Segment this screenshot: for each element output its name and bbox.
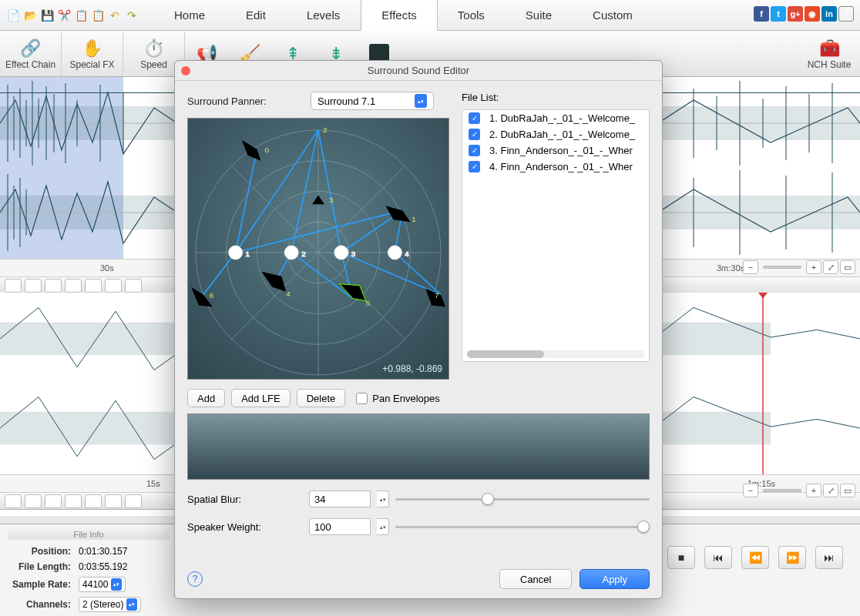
tab-edit[interactable]: Edit: [226, 0, 287, 31]
fast-forward-button[interactable]: ⏩: [778, 546, 806, 569]
samplerate-select[interactable]: 44100 ▴▾: [79, 577, 126, 592]
file-row[interactable]: ✓ 1. DubRaJah_-_01_-_Welcome_: [462, 110, 649, 126]
spatial-blur-stepper[interactable]: ▴▾: [377, 490, 389, 507]
skip-back-button[interactable]: ⏮: [704, 546, 732, 569]
tab-suite[interactable]: Suite: [506, 0, 573, 31]
special-fx-button[interactable]: ✋ Special FX: [62, 32, 123, 76]
nch-suite-button[interactable]: 🧰 NCH Suite: [798, 32, 860, 76]
svg-text:3: 3: [351, 249, 356, 258]
open-file-icon[interactable]: 📂: [23, 8, 37, 23]
time-label-1a: 30s: [100, 263, 114, 273]
modal-titlebar[interactable]: Surround Sound Editor: [175, 61, 662, 81]
speaker-weight-label: Speaker Weight:: [187, 521, 303, 533]
zoom2-fit-icon[interactable]: ⤢: [823, 484, 838, 497]
file-row[interactable]: ✓ 4. Finn_Anderson_-_01_-_Wher: [462, 159, 649, 175]
google-plus-icon[interactable]: g+: [788, 6, 803, 22]
zoom2-in-icon[interactable]: +: [806, 484, 821, 497]
svg-point-64: [334, 246, 348, 259]
apply-button[interactable]: Apply: [579, 569, 650, 589]
svg-text:5: 5: [366, 299, 371, 307]
nch-suite-label: NCH Suite: [808, 59, 852, 70]
tool-wave3[interactable]: [85, 279, 102, 293]
svg-line-50: [203, 253, 236, 295]
zoom2-slider[interactable]: [763, 489, 801, 492]
checkbox-checked-icon[interactable]: ✓: [469, 161, 480, 172]
horizontal-scrollbar[interactable]: [467, 350, 644, 358]
speaker-weight-slider[interactable]: [395, 519, 650, 534]
surround-panner-select[interactable]: Surround 7.1 ▴▾: [311, 92, 434, 110]
skip-forward-button[interactable]: ⏭: [815, 546, 843, 569]
tool-env2[interactable]: [125, 279, 142, 293]
file-name: 4. Finn_Anderson_-_01_-_Wher: [489, 161, 633, 172]
redo-icon[interactable]: ↷: [125, 8, 139, 23]
zoom-sel-icon[interactable]: ▭: [840, 260, 855, 274]
chain-icon: 🔗: [20, 38, 41, 59]
facebook-icon[interactable]: f: [754, 6, 769, 22]
tool2-wave2[interactable]: [65, 494, 82, 508]
tab-levels[interactable]: Levels: [287, 0, 361, 31]
file-row[interactable]: ✓ 3. Finn_Anderson_-_01_-_Wher: [462, 142, 649, 159]
checkbox-checked-icon[interactable]: ✓: [469, 129, 480, 140]
speaker-weight-field[interactable]: 100: [309, 518, 371, 535]
copy-icon[interactable]: 📋: [74, 8, 88, 23]
tab-home[interactable]: Home: [154, 0, 226, 31]
special-fx-label: Special FX: [69, 59, 114, 70]
pan-envelopes-checkbox[interactable]: Pan Envelopes: [356, 393, 439, 404]
tool-scrub[interactable]: [25, 279, 42, 293]
position-label: Position:: [9, 544, 74, 558]
tool-env1[interactable]: [105, 279, 122, 293]
effect-chain-button[interactable]: 🔗 Effect Chain: [0, 32, 62, 76]
cancel-button[interactable]: Cancel: [499, 569, 572, 589]
save-file-icon[interactable]: 💾: [40, 8, 54, 23]
checkbox-checked-icon[interactable]: ✓: [469, 112, 480, 124]
close-window-button[interactable]: [181, 66, 190, 75]
surround-panner-canvas[interactable]: 1 2 3 4 0 1 3 4 5 6 7: [187, 118, 449, 380]
zoom-in-icon[interactable]: +: [806, 260, 821, 274]
tab-tools[interactable]: Tools: [438, 0, 506, 31]
time-label-2a: 15s: [146, 479, 160, 488]
spatial-blur-label: Spatial Blur:: [187, 494, 303, 505]
zoom2-out-icon[interactable]: −: [743, 484, 758, 497]
select-arrows-icon: ▴▾: [415, 94, 427, 108]
stop-button[interactable]: ■: [667, 546, 695, 569]
tab-custom[interactable]: Custom: [573, 0, 653, 31]
twitter-icon[interactable]: t: [771, 6, 786, 22]
tool-wave1[interactable]: [45, 279, 62, 293]
tool2-cursor[interactable]: [5, 494, 22, 508]
file-list[interactable]: ✓ 1. DubRaJah_-_01_-_Welcome_ ✓ 2. DubRa…: [462, 109, 650, 362]
cut-icon[interactable]: ✂️: [57, 8, 71, 23]
help-button[interactable]: ?: [187, 571, 203, 587]
channels-select[interactable]: 2 (Stereo) ▴▾: [79, 597, 141, 612]
zoom2-sel-icon[interactable]: ▭: [840, 484, 855, 497]
pan-envelope-area[interactable]: [187, 413, 650, 480]
add-button[interactable]: Add: [187, 389, 225, 407]
delete-button[interactable]: Delete: [297, 389, 346, 407]
tab-effects[interactable]: Effects: [361, 0, 438, 31]
rewind-button[interactable]: ⏪: [741, 546, 769, 569]
tool2-env2[interactable]: [125, 494, 142, 508]
svg-text:7: 7: [435, 291, 439, 300]
tool-wave2[interactable]: [65, 279, 82, 293]
zoom-out-icon[interactable]: −: [743, 260, 758, 274]
svg-text:0: 0: [264, 146, 269, 154]
new-file-icon[interactable]: 📄: [6, 8, 20, 23]
spatial-blur-slider[interactable]: [395, 491, 650, 507]
undo-icon[interactable]: ↶: [108, 8, 122, 23]
linkedin-icon[interactable]: in: [821, 6, 837, 22]
file-row[interactable]: ✓ 2. DubRaJah_-_01_-_Welcome_: [462, 126, 649, 142]
tool2-wave3[interactable]: [85, 494, 102, 508]
help-icon[interactable]: ?: [838, 6, 854, 22]
select-arrows-icon: ▴▾: [111, 578, 122, 591]
tool2-env1[interactable]: [105, 494, 122, 508]
speaker-weight-stepper[interactable]: ▴▾: [377, 518, 389, 535]
checkbox-checked-icon[interactable]: ✓: [469, 145, 480, 156]
stumble-icon[interactable]: ◉: [805, 6, 820, 22]
zoom-slider[interactable]: [763, 266, 801, 269]
tool2-wave1[interactable]: [45, 494, 62, 508]
paste-icon[interactable]: 📋: [91, 8, 105, 23]
tool2-scrub[interactable]: [25, 494, 42, 508]
zoom-fit-icon[interactable]: ⤢: [823, 260, 838, 274]
tool-cursor[interactable]: [5, 279, 22, 293]
spatial-blur-field[interactable]: 34: [309, 490, 371, 507]
add-lfe-button[interactable]: Add LFE: [231, 389, 291, 407]
